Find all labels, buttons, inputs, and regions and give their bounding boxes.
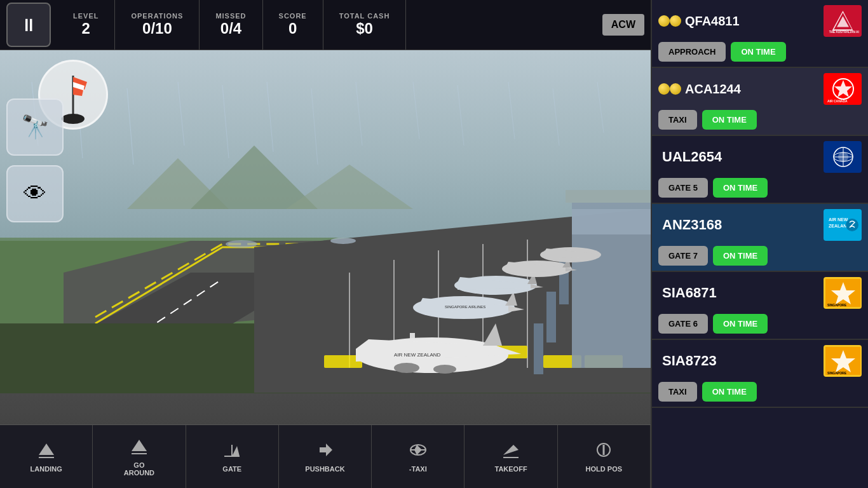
svg-marker-39 xyxy=(458,277,535,290)
on-time-button-sia6[interactable]: ON TIME xyxy=(713,314,768,334)
pushback-button[interactable]: PUSHBACK xyxy=(279,425,372,488)
airline-logo-united xyxy=(824,141,862,173)
flight-card-qfa4811[interactable]: QFA4811 THE AUSTRALIAN AIRLINE APPROACH … xyxy=(652,0,868,68)
on-time-button-aca[interactable]: ON TIME xyxy=(702,110,757,130)
svg-rect-17 xyxy=(585,355,623,368)
flight-card-aca1244[interactable]: ACA1244 AIR CANADA TAXI ON TIME xyxy=(652,68,868,136)
gate7-button[interactable]: GATE 7 xyxy=(658,246,708,266)
on-time-button-sia8[interactable]: ON TIME xyxy=(702,382,757,402)
flight-actions-sia8: TAXI ON TIME xyxy=(658,382,862,402)
svg-text:SINGAPORE AIRLINES: SINGAPORE AIRLINES xyxy=(445,305,485,309)
svg-text:AIR NEW ZEALAND: AIR NEW ZEALAND xyxy=(394,352,441,358)
flight-info-ual: UAL2654 xyxy=(658,149,722,165)
taxi-button-sia8[interactable]: TAXI xyxy=(658,382,697,402)
gate-icon xyxy=(222,441,242,463)
svg-text:AIR NEW: AIR NEW xyxy=(829,217,848,222)
eye-button[interactable]: 👁 xyxy=(6,165,64,222)
coin-2 xyxy=(670,15,681,27)
svg-marker-5 xyxy=(51,273,318,368)
svg-point-38 xyxy=(454,276,537,295)
hud-missed: MISSED 0/4 xyxy=(200,0,262,50)
flight-card-header-sia6: SIA6871 SINGAPORE xyxy=(658,277,862,309)
svg-rect-19 xyxy=(410,333,415,358)
hold-pos-icon xyxy=(593,441,614,463)
flight-card-ual2654[interactable]: UAL2654 GATE 5 ON TIME xyxy=(652,136,868,204)
go-around-icon xyxy=(129,437,149,459)
flight-info: QFA4811 xyxy=(658,14,740,29)
hold-pos-label: HOLD POS xyxy=(586,465,622,473)
svg-marker-44 xyxy=(566,268,577,271)
hud-score: SCORE 0 xyxy=(263,0,323,50)
eye-icon: 👁 xyxy=(24,180,46,207)
pause-button[interactable]: ⏸ xyxy=(6,3,51,47)
operations-label: OPERATIONS xyxy=(131,12,183,20)
toolbar: LANDING GO AROUND GATE PUSHBACK -TAXI TA… xyxy=(0,424,651,488)
svg-marker-68 xyxy=(39,444,54,455)
svg-marker-40 xyxy=(531,284,543,288)
svg-marker-70 xyxy=(132,440,147,451)
hud-total-cash: TOTAL CASH $0 xyxy=(323,0,407,50)
takeoff-icon xyxy=(501,441,521,463)
game-scene[interactable]: AIR NEW ZEALAND SINGAPORE AIRLINES xyxy=(0,50,651,424)
flight-card-sia6871[interactable]: SIA6871 SINGAPORE GATE 6 ON TIME xyxy=(652,272,868,340)
hud-bar: ⏸ LEVEL 2 OPERATIONS 0/10 MISSED 0/4 SCO… xyxy=(0,0,651,50)
svg-rect-25 xyxy=(534,323,543,374)
svg-marker-47 xyxy=(544,248,599,259)
total-cash-value: $0 xyxy=(356,20,373,37)
pushback-label: PUSHBACK xyxy=(305,465,344,473)
approach-button[interactable]: APPROACH xyxy=(658,42,726,62)
taxi-icon xyxy=(408,441,428,463)
flight-actions-anz: GATE 7 ON TIME xyxy=(658,246,862,266)
gate-label: GATE xyxy=(222,465,241,473)
total-cash-label: TOTAL CASH xyxy=(339,12,390,20)
go-around-label: GO AROUND xyxy=(124,461,154,477)
flight-info-aca: ACA1244 xyxy=(658,82,741,97)
on-time-button-qfa[interactable]: ON TIME xyxy=(731,42,785,62)
airline-logo-qantas: THE AUSTRALIAN AIRLINE xyxy=(824,5,862,37)
svg-marker-35 xyxy=(508,306,524,312)
takeoff-button[interactable]: TAKEOFF xyxy=(465,425,557,488)
hud-level: LEVEL 2 xyxy=(57,0,115,50)
svg-point-46 xyxy=(540,247,601,262)
flight-card-header-sia8: SIA8723 SINGAPORE xyxy=(658,345,862,377)
taxi-button[interactable]: -TAXI xyxy=(372,425,465,488)
flight-info-anz: ANZ3168 xyxy=(658,217,722,233)
flight-actions-ual: GATE 5 ON TIME xyxy=(658,178,862,198)
svg-rect-14 xyxy=(407,349,445,362)
on-time-button-ual[interactable]: ON TIME xyxy=(713,178,768,198)
acw-button[interactable]: ACW xyxy=(602,14,644,36)
flight-info-sia8: SIA8723 xyxy=(658,353,717,369)
landing-icon xyxy=(36,441,57,463)
go-around-button[interactable]: GO AROUND xyxy=(93,425,186,488)
coin-1-aca xyxy=(658,83,670,95)
on-time-button-anz[interactable]: ON TIME xyxy=(713,246,768,266)
score-label: SCORE xyxy=(279,12,307,20)
gate5-button[interactable]: GATE 5 xyxy=(658,178,708,198)
svg-marker-79 xyxy=(503,445,519,455)
taxi-button-aca[interactable]: TAXI xyxy=(658,110,697,130)
svg-marker-73 xyxy=(232,446,240,456)
flight-number-sia8: SIA8723 xyxy=(662,353,717,369)
level-value: 2 xyxy=(82,20,90,37)
svg-point-31 xyxy=(433,365,456,374)
flight-actions-aca: TAXI ON TIME xyxy=(658,110,862,130)
flight-card-sia8723[interactable]: SIA8723 SINGAPORE TAXI ON TIME xyxy=(652,340,868,408)
svg-point-42 xyxy=(502,261,572,277)
svg-text:THE AUSTRALIAN AIRLINE: THE AUSTRALIAN AIRLINE xyxy=(829,30,859,34)
flight-list-panel: QFA4811 THE AUSTRALIAN AIRLINE APPROACH … xyxy=(651,0,868,488)
binoculars-icon: 🔭 xyxy=(21,114,50,140)
gate6-button[interactable]: GATE 6 xyxy=(658,314,708,334)
svg-marker-28 xyxy=(496,346,521,355)
landing-button[interactable]: LANDING xyxy=(0,425,93,488)
flight-card-header-ual: UAL2654 xyxy=(658,141,862,173)
flight-card-anz3168[interactable]: ANZ3168 AIR NEW ZEALAND GATE 7 ON TIME xyxy=(652,204,868,272)
hold-pos-button[interactable]: HOLD POS xyxy=(558,425,651,488)
gate-button[interactable]: GATE xyxy=(186,425,279,488)
binoculars-button[interactable]: 🔭 xyxy=(6,98,64,156)
svg-point-30 xyxy=(394,363,419,373)
flight-number-ual: UAL2654 xyxy=(662,149,722,165)
takeoff-label: TAKEOFF xyxy=(494,465,527,473)
svg-rect-3 xyxy=(0,241,318,393)
svg-marker-43 xyxy=(506,262,569,273)
svg-rect-15 xyxy=(489,346,527,358)
